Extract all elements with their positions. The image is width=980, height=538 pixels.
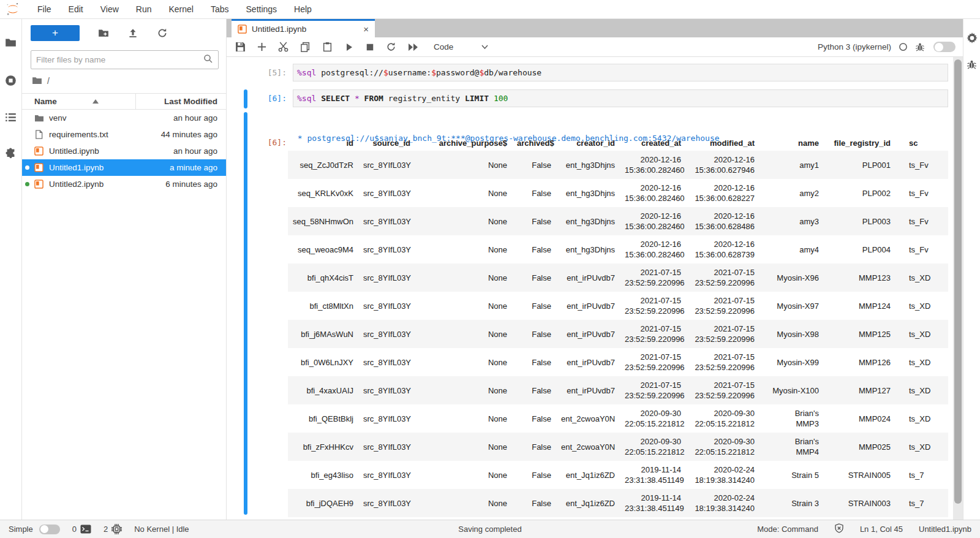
sort-by-name-header[interactable]: Name	[22, 97, 135, 106]
scrollbar-thumb[interactable]	[954, 59, 962, 504]
cell-collapser-output[interactable]	[244, 112, 247, 515]
notebook-toolbar: Code Python 3 (ipykernel)	[227, 37, 963, 57]
upload-icon[interactable]	[127, 28, 138, 39]
col-creator_id: creator_id	[556, 135, 620, 151]
simple-mode-label: Simple	[9, 525, 33, 534]
menu-help[interactable]: Help	[285, 0, 320, 19]
new-folder-icon[interactable]	[98, 28, 109, 39]
cursor-position[interactable]: Ln 1, Col 45	[860, 525, 903, 534]
sort-by-modified-header[interactable]: Last Modified	[135, 93, 226, 110]
table-row: bfi_j6MAsWuNsrc_8YIfL03YNoneFalseent_irP…	[288, 320, 948, 348]
table-of-contents-icon[interactable]	[0, 105, 22, 129]
file-row-venv[interactable]: venvan hour ago	[22, 110, 226, 126]
menu-kernel[interactable]: Kernel	[160, 0, 202, 19]
restart-kernel-button[interactable]	[386, 42, 396, 52]
kernel-status-icon	[899, 42, 908, 51]
menu-view[interactable]: View	[92, 0, 127, 19]
kernel-name-button[interactable]: Python 3 (ipykernel)	[818, 42, 891, 51]
menu-bar: FileEditViewRunKernelTabsSettingsHelp	[0, 0, 980, 19]
tab-close-icon[interactable]: ×	[363, 24, 369, 34]
notebook-icon	[34, 146, 44, 156]
menu-file[interactable]: File	[29, 0, 60, 19]
file-name: Untitled.ipynb	[49, 146, 173, 156]
notebook-icon	[34, 180, 44, 189]
new-launcher-button[interactable]: +	[31, 25, 80, 41]
file-name: Untitled2.ipynb	[49, 180, 165, 189]
file-icon	[34, 130, 44, 139]
paste-cells-button[interactable]	[322, 42, 333, 52]
kernel-chip-icon	[111, 524, 122, 534]
col-source_id: source_id	[358, 135, 415, 151]
debugger-bug-icon[interactable]	[915, 42, 925, 52]
file-browser-icon[interactable]	[0, 30, 22, 55]
menu-run[interactable]: Run	[127, 0, 160, 19]
add-cell-button[interactable]	[257, 42, 266, 51]
col-created_at: created_at	[620, 135, 686, 151]
property-inspector-gear-icon[interactable]	[967, 32, 978, 46]
command-mode-indicator: Mode: Command	[757, 525, 818, 534]
sort-ascending-icon	[92, 99, 99, 104]
col-sc: sc	[895, 135, 948, 151]
file-browser-panel: + / Name Last Modified venvan hour agore…	[22, 19, 227, 520]
file-row-Untitled1.ipynb[interactable]: Untitled1.ipynba minute ago	[22, 159, 226, 176]
table-row: bfi_ct8MltXnsrc_8YIfL03YNoneFalseent_irP…	[288, 292, 948, 320]
copy-cells-button[interactable]	[300, 42, 311, 52]
file-list: venvan hour agorequirements.txt44 minute…	[22, 110, 226, 192]
file-name: venv	[49, 113, 173, 123]
chevron-down-icon	[481, 45, 488, 49]
file-modified: an hour ago	[173, 113, 226, 123]
table-row: seq_58NHmwOnsrc_8YIfL03YNoneFalseent_hg3…	[288, 207, 948, 235]
file-row-Untitled.ipynb[interactable]: Untitled.ipynban hour ago	[22, 143, 226, 159]
kernel-dot-white	[25, 165, 29, 170]
file-name: Untitled1.ipynb	[49, 163, 170, 172]
terminals-indicator[interactable]: 0	[72, 525, 91, 534]
cut-cells-button[interactable]	[278, 42, 288, 52]
table-row: seq_KRLKv0xKsrc_8YIfL03YNoneFalseent_hg3…	[288, 179, 948, 207]
tab-title: Untitled1.ipynb	[252, 25, 363, 34]
filter-files-input[interactable]	[31, 55, 203, 64]
table-row: bfi_eg43lisosrc_8YIfL03YNoneFalseent_Jq1…	[288, 461, 948, 489]
notebook-scrollbar[interactable]	[953, 57, 963, 520]
col-archived$: archived$	[512, 135, 556, 151]
menu-settings[interactable]: Settings	[238, 0, 286, 19]
menu-edit[interactable]: Edit	[60, 0, 92, 19]
jupyter-logo-icon	[6, 2, 20, 17]
folder-icon	[34, 113, 44, 123]
table-row: bfi_0W6LnJXYsrc_8YIfL03YNoneFalseent_irP…	[288, 348, 948, 376]
menu-tabs[interactable]: Tabs	[202, 0, 238, 19]
table-row: bfi_qhX4cisTsrc_8YIfL03YNoneFalseent_irP…	[288, 263, 948, 292]
no-status-dot	[25, 149, 29, 153]
simple-mode-toggle[interactable]	[39, 525, 60, 534]
table-row: seq_weoac9M4src_8YIfL03YNoneFalseent_hg3…	[288, 235, 948, 263]
file-row-requirements.txt[interactable]: requirements.txt44 minutes ago	[22, 126, 226, 143]
col-id: id	[288, 135, 358, 151]
code-cell-6[interactable]: %sql SELECT * FROM registry_entity LIMIT…	[293, 89, 948, 107]
kernels-indicator[interactable]: 2	[104, 524, 122, 534]
trust-shield-icon	[834, 523, 844, 535]
no-status-dot	[25, 116, 29, 120]
breadcrumb[interactable]: /	[32, 75, 50, 86]
cell-type-dropdown[interactable]: Code	[434, 42, 488, 51]
run-cell-button[interactable]	[344, 42, 354, 52]
file-modified: a minute ago	[170, 163, 226, 172]
interrupt-kernel-button[interactable]	[366, 43, 374, 51]
debugger-sidebar-bug-icon[interactable]	[967, 59, 977, 72]
table-row: bfi_zFxHHKcvsrc_8YIfL03YNoneFalseent_2cw…	[288, 433, 948, 461]
input-prompt-5: [5]:	[227, 68, 287, 77]
filter-files-box	[31, 50, 219, 69]
refresh-icon[interactable]	[157, 28, 168, 39]
toolbar-toggle-switch[interactable]	[933, 42, 956, 52]
code-cell-5[interactable]: %sql postgresql://$username:$password@$d…	[293, 64, 948, 81]
main-dock-panel: Untitled1.ipynb ×	[227, 19, 963, 520]
save-button[interactable]	[235, 42, 246, 52]
input-prompt-6: [6]:	[227, 94, 287, 103]
result-table: idsource_idarchive_purpose$archived$crea…	[288, 135, 948, 517]
code-line-5: %sql postgresql://$username:$password@$d…	[293, 68, 541, 77]
restart-run-all-button[interactable]	[408, 43, 419, 51]
running-kernels-icon[interactable]	[0, 68, 22, 93]
extension-manager-icon[interactable]	[0, 140, 22, 165]
col-file_registry_id: file_registry_id	[824, 135, 895, 151]
file-row-Untitled2.ipynb[interactable]: Untitled2.ipynb6 minutes ago	[22, 176, 226, 192]
notebook-icon	[34, 163, 44, 172]
tab-untitled1[interactable]: Untitled1.ipynb ×	[232, 19, 375, 37]
